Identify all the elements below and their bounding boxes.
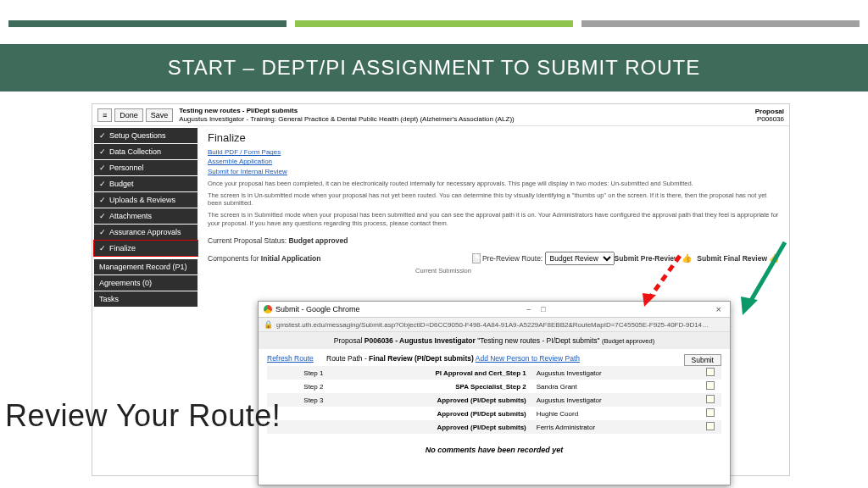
no-comments-text: No comments have been recorded yet — [267, 446, 721, 454]
sidebar-item-personnel[interactable]: Personnel — [94, 160, 198, 175]
route-submit-button[interactable]: Submit — [684, 354, 721, 366]
sidebar-item-mgmt[interactable]: Management Record (P1) — [94, 259, 198, 274]
components-label: Components for — [208, 254, 259, 263]
intro-para: Once your proposal has been completed, i… — [208, 180, 781, 188]
person-icon[interactable] — [706, 408, 715, 417]
slide-title: START – DEPT/PI ASSIGNMENT TO SUBMIT ROU… — [0, 44, 868, 92]
object-id: P006036 — [755, 115, 784, 123]
accent-bar-lime — [295, 20, 573, 27]
popup-body: Submit Refresh Route Route Path - Final … — [259, 349, 730, 459]
sidebar-item-data[interactable]: Data Collection — [94, 144, 198, 159]
popup-head-status: (Budget approved) — [602, 337, 654, 345]
save-button[interactable]: Save — [146, 108, 174, 122]
accent-bars — [0, 20, 868, 30]
sidebar-item-finalize[interactable]: Finalize — [94, 241, 198, 256]
table-row: Step 2SPA Specialist_Step 2Sandra Grant — [267, 380, 721, 393]
proposal-title: Testing new routes - PI/Dept submits — [179, 107, 514, 115]
link-assemble[interactable]: Assemble Application — [208, 157, 781, 166]
preroute-label: Pre-Review Route: — [482, 254, 542, 263]
popup-maximize[interactable]: □ — [536, 305, 550, 313]
accent-bar-green — [8, 20, 287, 27]
table-row: Approved (PI/Dept submits)Ferris Adminis… — [267, 420, 721, 434]
thumbs-up-icon[interactable]: 👍 — [682, 253, 692, 263]
link-submit-internal[interactable]: Submit for Internal Review — [208, 167, 781, 176]
popup-heading: Proposal P006036 - Augustus Investigator… — [259, 332, 730, 349]
table-row: Step 1PI Approval and Cert_Step 1Augustu… — [267, 366, 721, 380]
sidebar-item-attachments[interactable]: Attachments — [94, 208, 198, 224]
person-icon[interactable] — [706, 381, 715, 390]
person-icon[interactable] — [706, 368, 715, 376]
unsubmitted-para: The screen is in Un-submitted mode when … — [208, 191, 781, 208]
status-label: Current Proposal Status: — [208, 236, 287, 245]
header-meta: Testing new routes - PI/Dept submits Aug… — [179, 107, 514, 123]
sidebar-item-uploads[interactable]: Uploads & Reviews — [94, 192, 198, 208]
sidebar-item-setup[interactable]: Setup Questions — [94, 128, 198, 143]
submit-popup: Submit - Google Chrome – □ × 🔒 gmstest.u… — [258, 301, 731, 485]
header-right: Proposal P006036 — [755, 108, 784, 123]
add-person-link[interactable]: Add New Person to Review Path — [476, 354, 580, 363]
sidebar-item-agreements[interactable]: Agreements (0) — [94, 275, 198, 291]
refresh-route-link[interactable]: Refresh Route — [267, 354, 314, 363]
popup-titlebar: Submit - Google Chrome – □ × — [259, 302, 730, 318]
status-line: Current Proposal Status: Budget approved — [208, 236, 781, 245]
components-row: Components for Initial Application Pre-R… — [208, 252, 781, 265]
close-icon[interactable]: × — [713, 304, 725, 314]
status-value: Budget approved — [288, 236, 348, 245]
sidebar-item-budget[interactable]: Budget — [94, 176, 198, 191]
popup-url-bar: 🔒 gmstest.uth.edu/messaging/Submit.asp?O… — [259, 318, 730, 332]
submit-pre-review[interactable]: Submit Pre-Review — [615, 254, 680, 263]
route-name: Final Review (PI/Dept submits) — [369, 354, 474, 363]
proposal-subtitle: Augustus Investigator - Training: Genera… — [179, 115, 514, 124]
accent-bar-gray — [581, 20, 860, 27]
popup-head-quote: "Testing new routes - PI/Dept submits" — [477, 336, 599, 345]
table-row: Approved (PI/Dept submits)Hughie Coord — [267, 407, 721, 420]
person-icon[interactable] — [706, 422, 715, 430]
popup-head-id: P006036 - Augustus Investigator — [364, 336, 476, 345]
components-value: Initial Application — [261, 254, 321, 263]
menu-button[interactable]: ≡ — [97, 108, 112, 122]
object-type: Proposal — [755, 108, 784, 115]
thumbs-up-icon[interactable]: 👍 — [769, 253, 779, 263]
sidebar-item-tasks[interactable]: Tasks — [94, 291, 198, 307]
popup-title-text: Submit - Google Chrome — [275, 305, 360, 313]
sidebar-item-assurance[interactable]: Assurance Approvals — [94, 225, 198, 240]
lock-icon: 🔒 — [264, 320, 273, 329]
link-build-pdf[interactable]: Build PDF / Form Pages — [208, 147, 781, 157]
callout-text: Review Your Route! — [5, 398, 281, 434]
app-header: ≡ Done Save Testing new routes - PI/Dept… — [92, 104, 789, 126]
popup-minimize[interactable]: – — [521, 305, 536, 313]
submit-final-review[interactable]: Submit Final Review — [697, 254, 767, 263]
page-heading: Finalize — [208, 131, 781, 144]
popup-url-text: gmstest.uth.edu/messaging/Submit.asp?Obj… — [276, 321, 709, 329]
table-row: Step 3Approved (PI/Dept submits)Augustus… — [267, 393, 721, 407]
submitted-para: The screen is in Submitted mode when you… — [208, 211, 781, 228]
route-table: Step 1PI Approval and Cert_Step 1Augustu… — [267, 366, 721, 434]
person-icon[interactable] — [706, 395, 715, 403]
chrome-icon — [264, 305, 272, 313]
done-button[interactable]: Done — [114, 108, 143, 122]
current-submission-label: Current Submission — [208, 267, 781, 274]
doc-icon — [472, 253, 481, 263]
route-path-line: Route Path - Final Review (PI/Dept submi… — [326, 354, 721, 363]
preroute-select[interactable]: Budget Review — [545, 252, 615, 265]
